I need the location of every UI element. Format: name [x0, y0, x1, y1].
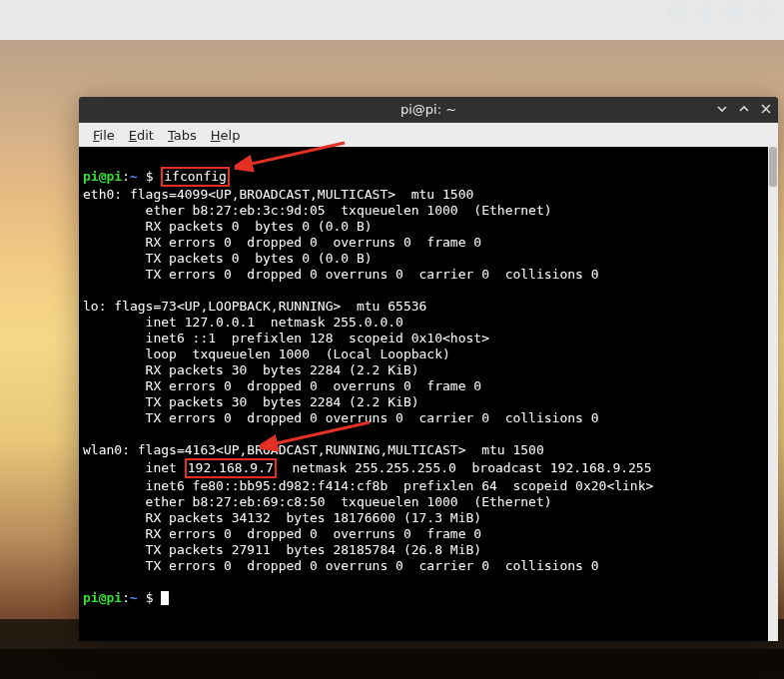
- prompt-user: pi@pi: [83, 169, 122, 184]
- out-line: RX packets 34132 bytes 18176600 (17.3 Mi…: [83, 510, 481, 525]
- out-line: TX packets 27911 bytes 28185784 (26.8 Mi…: [83, 542, 481, 557]
- out-line: inet6 ::1 prefixlen 128 scopeid 0x10<hos…: [83, 331, 489, 345]
- window-close-button[interactable]: [760, 103, 772, 117]
- out-line: TX packets 30 bytes 2284 (2.2 KiB): [83, 394, 419, 409]
- highlight-ip-box: 192.168.9.7: [185, 458, 277, 478]
- terminal-area[interactable]: pi@pi:~ $ ifconfig eth0: flags=4099<UP,B…: [79, 147, 778, 641]
- out-line: TX errors 0 dropped 0 overruns 0 carrier…: [83, 267, 599, 282]
- out-line: inet: [83, 460, 185, 475]
- bluetooth-icon: [696, 3, 716, 27]
- out-line: TX errors 0 dropped 0 overruns 0 carrier…: [83, 558, 599, 573]
- prompt-sep: :: [122, 169, 130, 184]
- out-line: inet6 fe80::bb95:d982:f414:cf8b prefixle…: [83, 478, 653, 493]
- terminal-scrollbar[interactable]: [768, 147, 778, 641]
- window-title: pi@pi: ~: [400, 102, 456, 117]
- scrollbar-thumb[interactable]: [769, 147, 777, 187]
- prompt-cwd: ~: [130, 169, 138, 184]
- command-text: ifconfig: [164, 169, 227, 184]
- highlight-command-box: ifconfig: [161, 167, 230, 187]
- out-line: lo: flags=73<UP,LOOPBACK,RUNNING> mtu 65…: [83, 299, 426, 314]
- terminal-window: pi@pi: ~ File Edit Tabs Help pi@pi:~ $ i…: [79, 97, 778, 641]
- out-line: TX packets 0 bytes 0 (0.0 B): [83, 251, 373, 266]
- window-maximize-button[interactable]: [738, 103, 750, 117]
- out-line: RX errors 0 dropped 0 overruns 0 frame 0: [83, 235, 481, 250]
- out-line: eth0: flags=4099<UP,BROADCAST,MULTICAST>…: [83, 187, 473, 202]
- background-skyline-dark: [0, 649, 784, 679]
- title-bar[interactable]: pi@pi: ~: [79, 97, 778, 123]
- out-line: TX errors 0 dropped 0 overruns 0 carrier…: [83, 410, 599, 425]
- out-line: wlan0: flags=4163<UP,BROADCAST,RUNNING,M…: [83, 442, 544, 457]
- prompt-dollar: $: [146, 169, 154, 184]
- out-line: RX packets 30 bytes 2284 (2.2 KiB): [83, 362, 419, 377]
- prompt-cwd: ~: [130, 590, 138, 605]
- menu-edit[interactable]: Edit: [123, 126, 160, 145]
- prompt-user: pi@pi: [83, 590, 122, 605]
- menu-tabs[interactable]: Tabs: [162, 126, 203, 145]
- prompt-sep: :: [122, 590, 130, 605]
- system-tray: [656, 0, 784, 30]
- window-minimize-button[interactable]: [716, 103, 728, 117]
- volume-icon: [752, 3, 772, 27]
- prompt-dollar: $: [146, 590, 154, 605]
- text-cursor: [161, 591, 169, 605]
- out-line: RX errors 0 dropped 0 overruns 0 frame 0: [83, 378, 481, 393]
- menu-file[interactable]: File: [87, 126, 121, 145]
- out-line: loop txqueuelen 1000 (Local Loopback): [83, 346, 450, 361]
- out-line: RX errors 0 dropped 0 overruns 0 frame 0: [83, 526, 481, 541]
- ip-text: 192.168.9.7: [188, 460, 274, 475]
- out-line: RX packets 0 bytes 0 (0.0 B): [83, 219, 373, 234]
- menu-bar: File Edit Tabs Help: [79, 123, 778, 147]
- out-line: ether b8:27:eb:3c:9d:05 txqueuelen 1000 …: [83, 203, 552, 218]
- box-icon: [668, 3, 688, 27]
- out-line: netmask 255.255.255.0 broadcast 192.168.…: [277, 460, 652, 475]
- out-line: inet 127.0.0.1 netmask 255.0.0.0: [83, 315, 403, 330]
- out-line: ether b8:27:eb:69:c8:50 txqueuelen 1000 …: [83, 494, 552, 509]
- menu-help[interactable]: Help: [205, 126, 247, 145]
- network-icon: [724, 3, 744, 27]
